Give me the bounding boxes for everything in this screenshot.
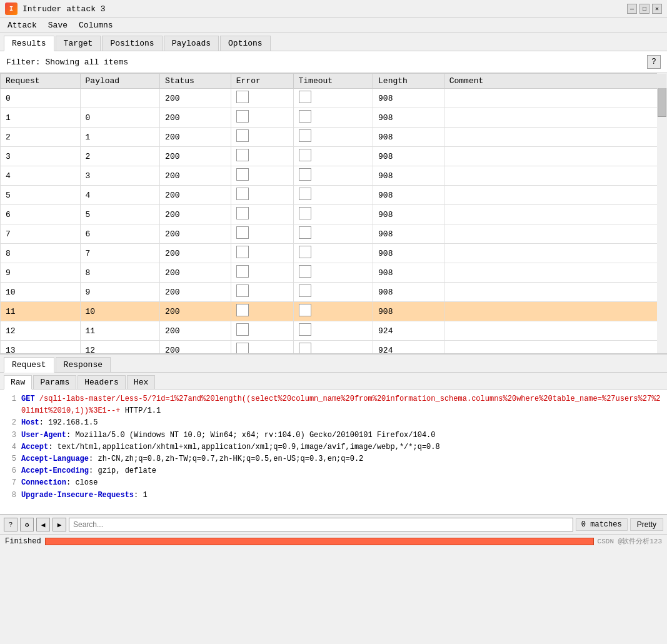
status-bar: Finished CSDN @软件分析123 — [0, 534, 667, 548]
cell-0: 3 — [1, 147, 81, 166]
error-checkbox[interactable] — [236, 129, 249, 142]
table-row[interactable]: 21200908 — [1, 128, 667, 147]
cell-4 — [293, 128, 373, 147]
timeout-checkbox[interactable] — [299, 149, 311, 161]
pretty-button[interactable]: Pretty — [630, 518, 663, 531]
table-row[interactable]: 0200908 — [1, 89, 667, 108]
tab-payloads[interactable]: Payloads — [164, 36, 219, 51]
timeout-checkbox[interactable] — [299, 91, 311, 103]
tab-positions[interactable]: Positions — [102, 36, 162, 51]
panel-tab-response[interactable]: Response — [56, 357, 111, 372]
sub-tab-headers[interactable]: Headers — [78, 375, 126, 389]
error-checkbox[interactable] — [236, 149, 249, 161]
table-row[interactable]: 1211200924 — [1, 321, 667, 341]
cell-5: 908 — [373, 302, 444, 321]
error-checkbox[interactable] — [236, 188, 249, 200]
sub-tab-hex[interactable]: Hex — [127, 375, 155, 389]
cell-0: 4 — [1, 166, 81, 186]
cell-4 — [293, 283, 373, 302]
timeout-checkbox[interactable] — [299, 168, 311, 181]
cell-3 — [231, 263, 293, 283]
timeout-checkbox[interactable] — [299, 284, 311, 297]
cell-5: 908 — [373, 263, 444, 283]
table-row[interactable]: 1110200908 — [1, 302, 667, 321]
line-number: 3 — [5, 430, 16, 441]
table-row[interactable]: 98200908 — [1, 263, 667, 283]
timeout-checkbox[interactable] — [299, 323, 311, 336]
table-row[interactable]: 54200908 — [1, 186, 667, 205]
table-row[interactable]: 65200908 — [1, 205, 667, 224]
help-circle-button[interactable]: ? — [4, 518, 18, 531]
maximize-button[interactable]: □ — [639, 4, 649, 14]
timeout-checkbox[interactable] — [299, 265, 311, 278]
error-checkbox[interactable] — [236, 91, 249, 103]
search-input[interactable] — [69, 518, 573, 531]
back-button[interactable]: ◀ — [36, 518, 50, 531]
line-number: 8 — [5, 490, 16, 501]
tab-options[interactable]: Options — [220, 36, 271, 51]
table-row[interactable]: 32200908 — [1, 147, 667, 166]
timeout-checkbox[interactable] — [299, 188, 311, 200]
cell-6 — [444, 166, 666, 186]
panel-tab-request[interactable]: Request — [4, 357, 54, 373]
cell-2: 200 — [160, 244, 231, 263]
settings-button[interactable]: ⚙ — [20, 518, 34, 531]
error-checkbox[interactable] — [236, 110, 249, 123]
cell-4 — [293, 224, 373, 244]
sub-tab-params[interactable]: Params — [33, 375, 76, 389]
line-content: Accept-Language: zh-CN,zh;q=0.8,zh-TW;q=… — [21, 453, 662, 465]
error-checkbox[interactable] — [236, 284, 249, 297]
timeout-checkbox[interactable] — [299, 226, 311, 239]
error-checkbox[interactable] — [236, 207, 249, 219]
forward-button[interactable]: ▶ — [53, 518, 66, 531]
cell-6 — [444, 186, 666, 205]
table-header-row: Request Payload Status Error Timeout Len… — [1, 74, 667, 89]
menu-columns[interactable]: Columns — [74, 19, 118, 31]
help-button[interactable]: ? — [647, 55, 661, 69]
cell-1: 0 — [80, 108, 160, 128]
cell-0: 13 — [1, 341, 81, 355]
timeout-checkbox[interactable] — [299, 207, 311, 219]
error-checkbox[interactable] — [236, 168, 249, 181]
timeout-checkbox[interactable] — [299, 246, 311, 258]
error-checkbox[interactable] — [236, 226, 249, 239]
cell-0: 10 — [1, 283, 81, 302]
cell-4 — [293, 186, 373, 205]
line-content: Accept-Encoding: gzip, deflate — [21, 465, 662, 477]
scrollbar-track[interactable] — [657, 73, 667, 353]
menu-attack[interactable]: Attack — [3, 19, 42, 31]
cell-3 — [231, 224, 293, 244]
table-row[interactable]: 87200908 — [1, 244, 667, 263]
error-checkbox[interactable] — [236, 265, 249, 278]
error-checkbox[interactable] — [236, 343, 249, 355]
menu-save[interactable]: Save — [43, 19, 73, 31]
error-checkbox[interactable] — [236, 246, 249, 258]
filter-bar: Filter: Showing all items ? — [0, 51, 667, 73]
table-row[interactable]: 10200908 — [1, 108, 667, 128]
cell-2: 200 — [160, 341, 231, 355]
cell-5: 908 — [373, 283, 444, 302]
header-name: Connection — [21, 478, 66, 487]
close-button[interactable]: ✕ — [652, 4, 662, 14]
cell-2: 200 — [160, 205, 231, 224]
cell-6 — [444, 128, 666, 147]
error-checkbox[interactable] — [236, 304, 249, 316]
tab-target[interactable]: Target — [56, 36, 101, 51]
error-checkbox[interactable] — [236, 323, 249, 336]
timeout-checkbox[interactable] — [299, 129, 311, 142]
table-row[interactable]: 43200908 — [1, 166, 667, 186]
title-left: I Intruder attack 3 — [5, 3, 106, 15]
cell-2: 200 — [160, 89, 231, 108]
table-row[interactable]: 1312200924 — [1, 341, 667, 355]
timeout-checkbox[interactable] — [299, 110, 311, 123]
matches-badge: 0 matches — [576, 518, 628, 531]
table-row[interactable]: 76200908 — [1, 224, 667, 244]
timeout-checkbox[interactable] — [299, 343, 311, 355]
tab-results[interactable]: Results — [4, 36, 54, 51]
cell-2: 200 — [160, 224, 231, 244]
header-name: Accept-Language — [21, 455, 89, 463]
sub-tab-raw[interactable]: Raw — [4, 375, 32, 390]
table-row[interactable]: 109200908 — [1, 283, 667, 302]
timeout-checkbox[interactable] — [299, 304, 311, 316]
minimize-button[interactable]: — — [627, 4, 637, 14]
